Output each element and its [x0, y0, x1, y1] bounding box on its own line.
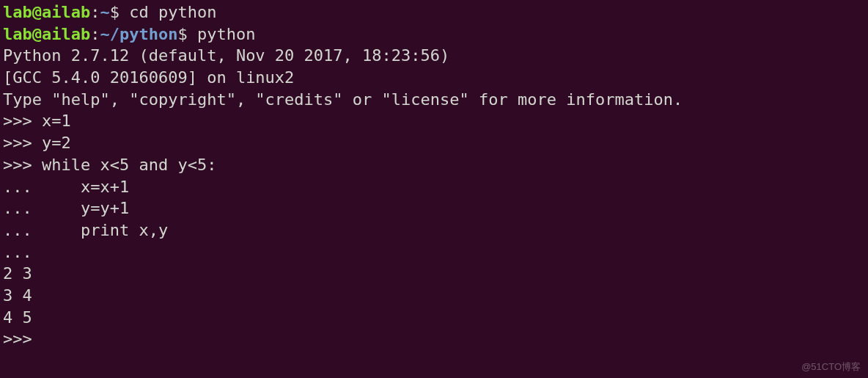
- repl-line[interactable]: ... y=y+1: [3, 197, 865, 219]
- output-line: 4 5: [3, 307, 865, 329]
- repl-input: x=1: [42, 112, 71, 130]
- watermark: @51CTO博客: [801, 360, 861, 374]
- repl-line[interactable]: >>> y=2: [3, 132, 865, 154]
- output-line: 3 4: [3, 285, 865, 307]
- repl-line[interactable]: ... print x,y: [3, 219, 865, 241]
- repl-continuation-prompt: ...: [3, 178, 81, 196]
- repl-line[interactable]: ... x=x+1: [3, 176, 865, 198]
- repl-input: while x<5 and y<5:: [42, 156, 216, 174]
- dollar-prompt: $: [110, 3, 130, 21]
- terminal-line[interactable]: lab@ailab:~$ cd python: [3, 1, 865, 23]
- repl-prompt: >>>: [3, 156, 42, 174]
- user-host: lab@ailab: [3, 3, 90, 21]
- repl-prompt[interactable]: >>>: [3, 328, 865, 350]
- colon: :: [90, 25, 100, 43]
- repl-continuation-prompt: ...: [3, 199, 81, 217]
- output-line: 2 3: [3, 263, 865, 285]
- repl-line[interactable]: >>> x=1: [3, 110, 865, 132]
- repl-line[interactable]: >>> while x<5 and y<5:: [3, 154, 865, 176]
- repl-input: y=y+1: [81, 199, 129, 217]
- python-version-line: Python 2.7.12 (default, Nov 20 2017, 18:…: [3, 45, 865, 67]
- dollar-prompt: $: [177, 25, 197, 43]
- colon: :: [90, 3, 100, 21]
- help-line: Type "help", "copyright", "credits" or "…: [3, 89, 865, 111]
- user-host: lab@ailab: [3, 25, 90, 43]
- path: ~/python: [100, 25, 177, 43]
- repl-input: print x,y: [81, 221, 168, 239]
- gcc-line: [GCC 5.4.0 20160609] on linux2: [3, 67, 865, 89]
- repl-input: y=2: [42, 134, 71, 152]
- repl-prompt: >>>: [3, 112, 42, 130]
- repl-prompt: >>>: [3, 134, 42, 152]
- terminal-line[interactable]: lab@ailab:~/python$ python: [3, 23, 865, 46]
- repl-continuation-prompt: ...: [3, 221, 81, 239]
- repl-input: x=x+1: [81, 178, 129, 196]
- repl-continuation-prompt: ...: [3, 241, 865, 263]
- command-text: python: [197, 25, 255, 43]
- command-text: cd python: [129, 3, 216, 21]
- path: ~: [100, 3, 109, 21]
